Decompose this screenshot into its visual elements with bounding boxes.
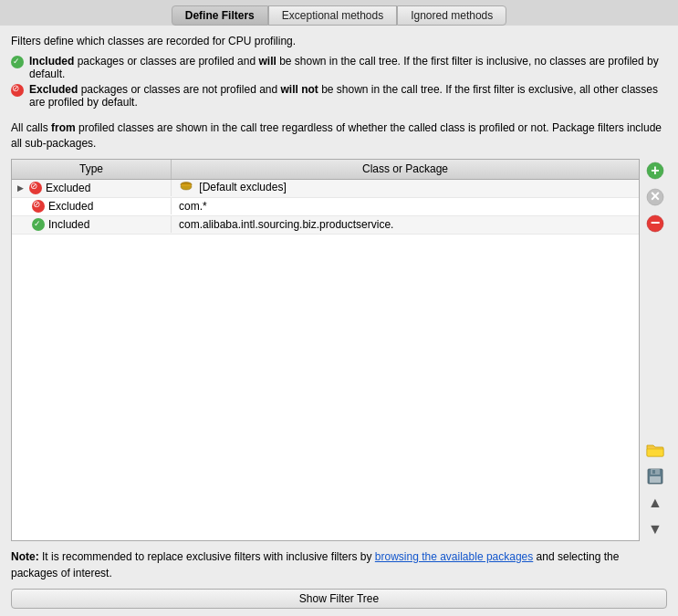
cell-type-2: Included bbox=[12, 216, 172, 233]
show-filter-tree-button[interactable]: Show Filter Tree bbox=[11, 589, 667, 609]
remove-button[interactable]: × bbox=[643, 185, 667, 209]
type-label-1: Excluded bbox=[48, 200, 93, 213]
expand-arrow[interactable]: ▶ bbox=[17, 183, 24, 193]
content-area: Filters define which classes are recorde… bbox=[0, 26, 678, 616]
bottom-note: Note: It is recommended to replace exclu… bbox=[11, 548, 667, 581]
exclude-icon bbox=[11, 84, 24, 99]
class-value-1: com.* bbox=[179, 200, 207, 213]
move-down-button[interactable]: ▼ bbox=[643, 517, 667, 541]
class-value-2: com.alibaba.intl.sourcing.biz.productser… bbox=[179, 218, 393, 231]
cell-type-0: ▶ Excluded bbox=[12, 180, 172, 196]
svg-text:×: × bbox=[651, 188, 661, 205]
sidebar-buttons: + × − bbox=[640, 159, 667, 541]
svg-rect-10 bbox=[652, 470, 655, 474]
type-label-0: Excluded bbox=[46, 182, 90, 194]
svg-rect-9 bbox=[650, 476, 661, 483]
type-label-2: Included bbox=[48, 218, 89, 231]
class-value-0: [Default excludes] bbox=[199, 181, 286, 193]
browse-link[interactable]: browsing the available packages bbox=[375, 550, 533, 563]
open-folder-button[interactable] bbox=[643, 438, 667, 462]
table-row[interactable]: Included com.alibaba.intl.sourcing.biz.p… bbox=[12, 216, 639, 235]
legend-excluded-text: Excluded packages or classes are not pro… bbox=[29, 83, 667, 109]
col-class-header: Class or Package bbox=[172, 160, 639, 179]
cell-class-1: com.* bbox=[172, 198, 639, 214]
legend-included-text: Included packages or classes are profile… bbox=[29, 55, 667, 80]
exclude-icon-row1 bbox=[32, 200, 45, 213]
legend-included: Included packages or classes are profile… bbox=[11, 55, 667, 80]
legend-block: Included packages or classes are profile… bbox=[11, 55, 667, 111]
table-row[interactable]: ▶ Excluded [Default excludes] bbox=[12, 180, 639, 198]
tab-ignored-methods[interactable]: Ignored methods bbox=[397, 5, 506, 26]
col-type-header: Type bbox=[12, 160, 172, 179]
all-calls-note: All calls from profiled classes are show… bbox=[11, 120, 667, 151]
move-up-button[interactable]: ▲ bbox=[643, 491, 667, 515]
table-body: ▶ Excluded [Default excludes] bbox=[12, 180, 639, 540]
cell-type-1: Excluded bbox=[12, 198, 172, 214]
folder-icon bbox=[645, 441, 665, 459]
add-button[interactable]: + bbox=[643, 159, 667, 183]
legend-excluded: Excluded packages or classes are not pro… bbox=[11, 83, 667, 109]
note-text: It is recommended to replace exclusive f… bbox=[39, 550, 375, 563]
remove-red-button[interactable]: − bbox=[643, 212, 667, 235]
table-row[interactable]: Excluded com.* bbox=[12, 198, 639, 216]
exclude-icon-row0 bbox=[29, 182, 42, 194]
tab-bar: Define Filters Exceptional methods Ignor… bbox=[0, 0, 678, 26]
tab-define-filters[interactable]: Define Filters bbox=[172, 5, 268, 26]
note-label: Note: bbox=[11, 550, 39, 563]
cell-class-2: com.alibaba.intl.sourcing.biz.productser… bbox=[172, 216, 639, 233]
save-icon bbox=[646, 467, 664, 485]
cell-class-0: [Default excludes] bbox=[172, 180, 639, 198]
include-icon-row2 bbox=[32, 218, 45, 231]
table-header: Type Class or Package bbox=[12, 160, 639, 180]
description-text: Filters define which classes are recorde… bbox=[11, 35, 667, 47]
svg-text:−: − bbox=[651, 214, 661, 232]
svg-text:+: + bbox=[651, 162, 659, 178]
save-button[interactable] bbox=[643, 465, 667, 488]
filter-table: Type Class or Package ▶ Excluded bbox=[11, 159, 640, 541]
tab-exceptional-methods[interactable]: Exceptional methods bbox=[268, 5, 397, 26]
db-icon bbox=[179, 181, 193, 195]
include-icon bbox=[11, 56, 24, 71]
table-section: Type Class or Package ▶ Excluded bbox=[11, 159, 667, 541]
